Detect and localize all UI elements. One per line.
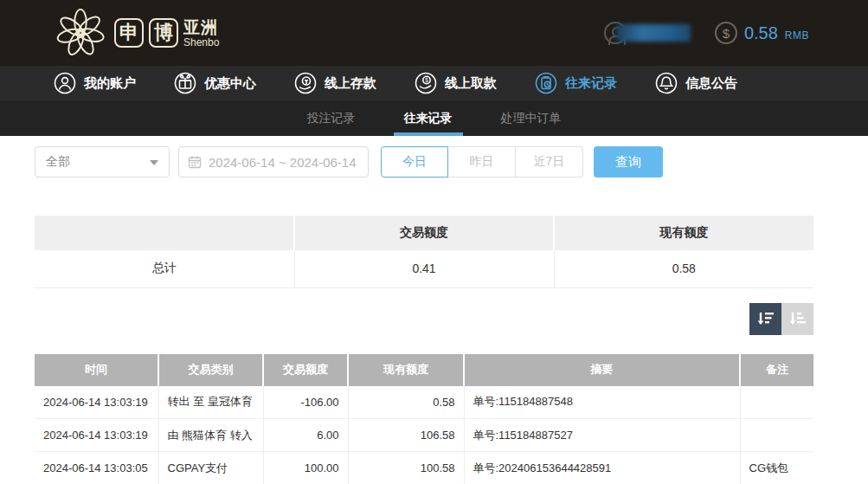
records-clipboard-icon: [535, 72, 557, 94]
nav-label: 信息公告: [685, 75, 737, 92]
cell-current-amount: 100.58: [348, 452, 464, 484]
nav-item-promotions[interactable]: 优惠中心: [174, 72, 256, 94]
col-header-note: 备注: [740, 354, 813, 386]
sort-ascending-button[interactable]: [781, 303, 813, 335]
user-account: [604, 22, 691, 44]
nav-label: 线上取款: [445, 75, 497, 92]
summary-header-transaction: 交易额度: [294, 216, 554, 250]
quick-date-group: 今日 昨日 近7日: [381, 146, 583, 177]
col-header-transaction-amount: 交易额度: [263, 354, 348, 386]
tab-betting-records[interactable]: 投注记录: [295, 100, 368, 136]
username-redacted: [616, 24, 691, 42]
nav-label: 优惠中心: [204, 75, 256, 92]
sort-descending-icon: [755, 309, 775, 329]
col-header-type: 交易类别: [158, 354, 263, 386]
nav-label: 线上存款: [325, 75, 376, 92]
date-range-input[interactable]: 2024-06-14 ~ 2024-06-14: [178, 146, 369, 177]
balance-amount: 0.58: [744, 23, 778, 43]
col-header-summary: 摘要: [464, 354, 740, 386]
balance-display: $ 0.58 RMB: [715, 22, 809, 44]
nav-item-deposit[interactable]: 线上存款: [294, 72, 376, 94]
logo-char-bo: 博: [149, 18, 178, 48]
table-row: 2024-06-14 13:03:19 转出 至 皇冠体育 -106.00 0.…: [35, 386, 813, 419]
cell-summary: 单号:115184887548: [464, 386, 740, 419]
quick-btn-today[interactable]: 今日: [381, 146, 448, 177]
quick-btn-yesterday[interactable]: 昨日: [448, 146, 516, 177]
cell-note: CG钱包: [740, 452, 813, 484]
balance-currency: RMB: [785, 25, 809, 42]
date-range-value: 2024-06-14 ~ 2024-06-14: [209, 155, 357, 170]
logo-region-text: 亚洲: [183, 19, 219, 35]
summary-table: 交易额度 现有额度 总计 0.41 0.58: [35, 216, 813, 288]
dollar-coin-icon: $: [715, 22, 737, 44]
summary-header-row: 交易额度 现有额度: [35, 216, 813, 250]
calendar-icon: [188, 155, 202, 169]
summary-header-current: 现有额度: [554, 216, 813, 250]
cell-summary: 单号:115184887527: [464, 419, 740, 452]
chevron-down-icon: [150, 160, 158, 165]
cell-time: 2024-06-14 13:03:05: [35, 452, 158, 484]
site-logo: 申 博 亚洲 Shenbo: [54, 6, 219, 60]
cell-type: 由 熊猫体育 转入: [158, 419, 263, 452]
sort-controls: [35, 303, 813, 335]
site-header: 申 博 亚洲 Shenbo $ 0.58 RMB: [0, 0, 868, 66]
tab-transaction-records[interactable]: 往来记录: [392, 100, 465, 136]
nav-label: 我的账户: [84, 75, 136, 92]
nav-item-withdraw[interactable]: $ 线上取款: [415, 72, 497, 94]
cell-current-amount: 106.58: [348, 419, 464, 452]
col-header-current-amount: 现有额度: [348, 354, 464, 386]
cell-time: 2024-06-14 13:03:19: [35, 419, 158, 452]
summary-current-amount: 0.58: [554, 250, 813, 287]
sort-descending-button[interactable]: [749, 303, 781, 335]
cell-transaction-amount: 6.00: [263, 419, 348, 452]
main-nav: 我的账户 优惠中心 线上存款 $ 线上取款 往来记录 信息公告: [0, 66, 868, 100]
sub-nav: 投注记录 往来记录 处理中订单: [0, 100, 868, 136]
summary-total-label: 总计: [35, 250, 294, 287]
type-select-value: 全部: [46, 154, 70, 170]
nav-item-transaction-records[interactable]: 往来记录: [535, 72, 617, 94]
svg-text:$: $: [425, 77, 428, 83]
records-table: 时间 交易类别 交易额度 现有额度 摘要 备注 2024-06-14 13:03…: [35, 354, 813, 484]
cell-type: 转出 至 皇冠体育: [158, 386, 263, 419]
bell-icon: [655, 72, 678, 94]
filter-row: 全部 2024-06-14 ~ 2024-06-14 今日 昨日 近7日 查询: [35, 146, 868, 177]
content-area: 全部 2024-06-14 ~ 2024-06-14 今日 昨日 近7日 查询 …: [0, 136, 868, 484]
gift-icon: [174, 72, 196, 94]
search-button[interactable]: 查询: [594, 146, 663, 177]
nav-label: 往来记录: [565, 75, 617, 92]
col-header-time: 时间: [35, 354, 158, 386]
cell-time: 2024-06-14 13:03:19: [35, 386, 158, 419]
summary-total-row: 总计 0.41 0.58: [35, 250, 813, 287]
cell-type: CGPAY支付: [158, 452, 263, 484]
user-icon: [54, 72, 76, 94]
logo-char-shen: 申: [114, 18, 144, 48]
nav-item-my-account[interactable]: 我的账户: [54, 72, 136, 94]
cell-transaction-amount: -106.00: [263, 386, 348, 419]
type-select[interactable]: 全部: [35, 146, 170, 177]
summary-transaction-amount: 0.41: [294, 250, 554, 287]
table-row: 2024-06-14 13:03:19 由 熊猫体育 转入 6.00 106.5…: [35, 419, 813, 452]
deposit-coin-icon: [294, 72, 317, 94]
logo-subtitle: Shenbo: [183, 37, 219, 48]
sort-ascending-icon: [788, 309, 807, 329]
tab-pending-orders[interactable]: 处理中订单: [489, 100, 574, 136]
cell-current-amount: 0.58: [348, 386, 464, 419]
quick-btn-last-7-days[interactable]: 近7日: [516, 146, 583, 177]
records-header-row: 时间 交易类别 交易额度 现有额度 摘要 备注: [35, 354, 813, 386]
cell-note: [740, 386, 813, 419]
cell-transaction-amount: 100.00: [263, 452, 348, 484]
summary-header-empty: [35, 216, 294, 250]
nav-item-announcements[interactable]: 信息公告: [655, 72, 737, 94]
table-row: 2024-06-14 13:03:05 CGPAY支付 100.00 100.5…: [35, 452, 813, 484]
withdraw-coin-icon: $: [415, 72, 437, 94]
flower-logo-icon: [54, 6, 107, 60]
cell-note: [740, 419, 813, 452]
cell-summary: 单号:202406153644428591: [464, 452, 740, 484]
